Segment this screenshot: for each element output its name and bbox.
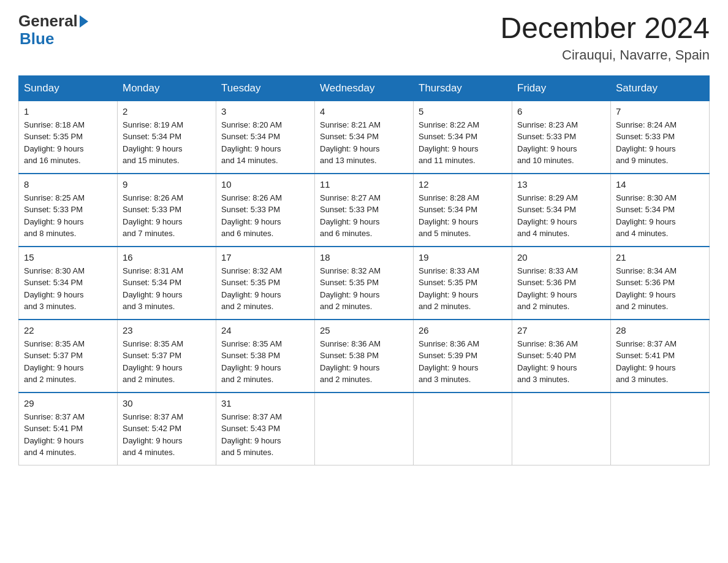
- calendar-cell: [414, 393, 512, 465]
- header-thursday: Thursday: [414, 75, 512, 101]
- logo: General Blue: [18, 12, 88, 47]
- day-info: Sunrise: 8:32 AM Sunset: 5:35 PM Dayligh…: [320, 265, 408, 313]
- day-number: 20: [517, 252, 605, 262]
- day-info: Sunrise: 8:36 AM Sunset: 5:40 PM Dayligh…: [517, 338, 605, 386]
- day-info: Sunrise: 8:20 AM Sunset: 5:34 PM Dayligh…: [221, 119, 309, 167]
- calendar-subtitle: Cirauqui, Navarre, Spain: [500, 47, 710, 63]
- day-number: 7: [616, 106, 704, 117]
- day-number: 28: [616, 325, 704, 335]
- calendar-cell: 20 Sunrise: 8:33 AM Sunset: 5:36 PM Dayl…: [512, 247, 611, 320]
- header-wednesday: Wednesday: [315, 75, 414, 101]
- calendar-cell: 22 Sunrise: 8:35 AM Sunset: 5:37 PM Dayl…: [19, 320, 118, 393]
- day-info: Sunrise: 8:37 AM Sunset: 5:43 PM Dayligh…: [221, 411, 309, 459]
- header-sunday: Sunday: [19, 75, 118, 101]
- day-number: 11: [320, 179, 408, 190]
- day-info: Sunrise: 8:26 AM Sunset: 5:33 PM Dayligh…: [123, 192, 211, 240]
- week-row-3: 15 Sunrise: 8:30 AM Sunset: 5:34 PM Dayl…: [19, 247, 710, 320]
- calendar-cell: 18 Sunrise: 8:32 AM Sunset: 5:35 PM Dayl…: [315, 247, 414, 320]
- day-number: 29: [24, 398, 112, 408]
- week-row-4: 22 Sunrise: 8:35 AM Sunset: 5:37 PM Dayl…: [19, 320, 710, 393]
- day-number: 18: [320, 252, 408, 262]
- header-saturday: Saturday: [611, 75, 710, 101]
- calendar-cell: 29 Sunrise: 8:37 AM Sunset: 5:41 PM Dayl…: [19, 393, 118, 465]
- day-info: Sunrise: 8:30 AM Sunset: 5:34 PM Dayligh…: [24, 265, 112, 313]
- day-info: Sunrise: 8:30 AM Sunset: 5:34 PM Dayligh…: [616, 192, 704, 240]
- calendar-cell: 24 Sunrise: 8:35 AM Sunset: 5:38 PM Dayl…: [216, 320, 315, 393]
- day-number: 12: [419, 179, 507, 190]
- calendar-cell: 8 Sunrise: 8:25 AM Sunset: 5:33 PM Dayli…: [19, 174, 118, 247]
- calendar-cell: 4 Sunrise: 8:21 AM Sunset: 5:34 PM Dayli…: [315, 101, 414, 174]
- day-number: 6: [517, 106, 605, 117]
- day-number: 16: [123, 252, 211, 262]
- day-info: Sunrise: 8:35 AM Sunset: 5:37 PM Dayligh…: [123, 338, 211, 386]
- calendar-cell: 13 Sunrise: 8:29 AM Sunset: 5:34 PM Dayl…: [512, 174, 611, 247]
- calendar-cell: 31 Sunrise: 8:37 AM Sunset: 5:43 PM Dayl…: [216, 393, 315, 465]
- day-number: 30: [123, 398, 211, 408]
- header-monday: Monday: [118, 75, 216, 101]
- day-number: 31: [221, 398, 309, 408]
- calendar-cell: 5 Sunrise: 8:22 AM Sunset: 5:34 PM Dayli…: [414, 101, 512, 174]
- calendar-cell: 28 Sunrise: 8:37 AM Sunset: 5:41 PM Dayl…: [611, 320, 710, 393]
- day-number: 22: [24, 325, 112, 335]
- calendar-cell: 25 Sunrise: 8:36 AM Sunset: 5:38 PM Dayl…: [315, 320, 414, 393]
- day-info: Sunrise: 8:22 AM Sunset: 5:34 PM Dayligh…: [419, 119, 507, 167]
- day-number: 23: [123, 325, 211, 335]
- day-info: Sunrise: 8:33 AM Sunset: 5:36 PM Dayligh…: [517, 265, 605, 313]
- day-info: Sunrise: 8:37 AM Sunset: 5:41 PM Dayligh…: [24, 411, 112, 459]
- week-row-2: 8 Sunrise: 8:25 AM Sunset: 5:33 PM Dayli…: [19, 174, 710, 247]
- day-number: 3: [221, 106, 309, 117]
- day-info: Sunrise: 8:32 AM Sunset: 5:35 PM Dayligh…: [221, 265, 309, 313]
- day-number: 15: [24, 252, 112, 262]
- week-row-1: 1 Sunrise: 8:18 AM Sunset: 5:35 PM Dayli…: [19, 101, 710, 174]
- calendar-cell: 23 Sunrise: 8:35 AM Sunset: 5:37 PM Dayl…: [118, 320, 216, 393]
- day-info: Sunrise: 8:36 AM Sunset: 5:38 PM Dayligh…: [320, 338, 408, 386]
- day-info: Sunrise: 8:27 AM Sunset: 5:33 PM Dayligh…: [320, 192, 408, 240]
- day-number: 9: [123, 179, 211, 190]
- calendar-cell: 7 Sunrise: 8:24 AM Sunset: 5:33 PM Dayli…: [611, 101, 710, 174]
- day-info: Sunrise: 8:18 AM Sunset: 5:35 PM Dayligh…: [24, 119, 112, 167]
- calendar-cell: [315, 393, 414, 465]
- calendar-cell: 16 Sunrise: 8:31 AM Sunset: 5:34 PM Dayl…: [118, 247, 216, 320]
- day-number: 27: [517, 325, 605, 335]
- day-number: 25: [320, 325, 408, 335]
- calendar-cell: 19 Sunrise: 8:33 AM Sunset: 5:35 PM Dayl…: [414, 247, 512, 320]
- day-number: 26: [419, 325, 507, 335]
- calendar-cell: 6 Sunrise: 8:23 AM Sunset: 5:33 PM Dayli…: [512, 101, 611, 174]
- calendar-cell: 11 Sunrise: 8:27 AM Sunset: 5:33 PM Dayl…: [315, 174, 414, 247]
- page-header: General Blue December 2024 Cirauqui, Nav…: [18, 12, 710, 63]
- day-number: 10: [221, 179, 309, 190]
- day-info: Sunrise: 8:29 AM Sunset: 5:34 PM Dayligh…: [517, 192, 605, 240]
- day-info: Sunrise: 8:21 AM Sunset: 5:34 PM Dayligh…: [320, 119, 408, 167]
- title-block: December 2024 Cirauqui, Navarre, Spain: [500, 12, 710, 63]
- day-number: 8: [24, 179, 112, 190]
- logo-blue-text: Blue: [20, 30, 88, 48]
- day-info: Sunrise: 8:19 AM Sunset: 5:34 PM Dayligh…: [123, 119, 211, 167]
- day-info: Sunrise: 8:36 AM Sunset: 5:39 PM Dayligh…: [419, 338, 507, 386]
- day-info: Sunrise: 8:26 AM Sunset: 5:33 PM Dayligh…: [221, 192, 309, 240]
- day-number: 5: [419, 106, 507, 117]
- calendar-cell: 3 Sunrise: 8:20 AM Sunset: 5:34 PM Dayli…: [216, 101, 315, 174]
- logo-general-text: General: [18, 12, 78, 30]
- calendar-cell: [512, 393, 611, 465]
- header-friday: Friday: [512, 75, 611, 101]
- day-number: 13: [517, 179, 605, 190]
- day-info: Sunrise: 8:37 AM Sunset: 5:42 PM Dayligh…: [123, 411, 211, 459]
- calendar-cell: 15 Sunrise: 8:30 AM Sunset: 5:34 PM Dayl…: [19, 247, 118, 320]
- day-number: 1: [24, 106, 112, 117]
- calendar-cell: 17 Sunrise: 8:32 AM Sunset: 5:35 PM Dayl…: [216, 247, 315, 320]
- calendar-title: December 2024: [500, 12, 710, 45]
- logo-triangle-icon: [80, 15, 88, 28]
- calendar-cell: 21 Sunrise: 8:34 AM Sunset: 5:36 PM Dayl…: [611, 247, 710, 320]
- week-row-5: 29 Sunrise: 8:37 AM Sunset: 5:41 PM Dayl…: [19, 393, 710, 465]
- day-info: Sunrise: 8:35 AM Sunset: 5:37 PM Dayligh…: [24, 338, 112, 386]
- day-number: 24: [221, 325, 309, 335]
- day-info: Sunrise: 8:34 AM Sunset: 5:36 PM Dayligh…: [616, 265, 704, 313]
- day-number: 2: [123, 106, 211, 117]
- day-info: Sunrise: 8:24 AM Sunset: 5:33 PM Dayligh…: [616, 119, 704, 167]
- calendar-table: SundayMondayTuesdayWednesdayThursdayFrid…: [18, 75, 710, 465]
- day-info: Sunrise: 8:35 AM Sunset: 5:38 PM Dayligh…: [221, 338, 309, 386]
- day-number: 4: [320, 106, 408, 117]
- calendar-cell: 1 Sunrise: 8:18 AM Sunset: 5:35 PM Dayli…: [19, 101, 118, 174]
- calendar-cell: 27 Sunrise: 8:36 AM Sunset: 5:40 PM Dayl…: [512, 320, 611, 393]
- calendar-cell: 9 Sunrise: 8:26 AM Sunset: 5:33 PM Dayli…: [118, 174, 216, 247]
